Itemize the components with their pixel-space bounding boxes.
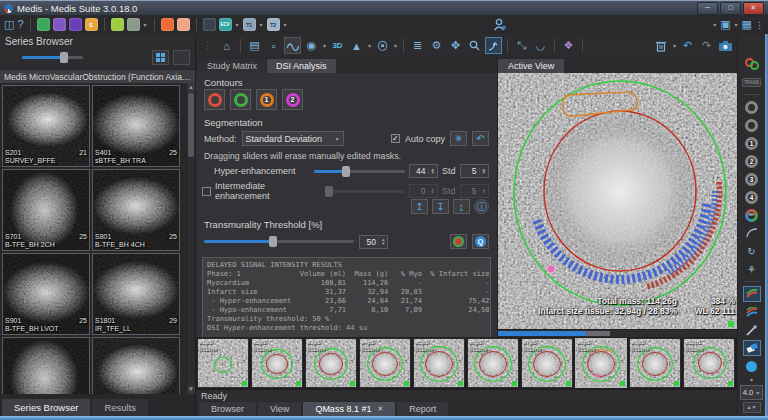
slice-thumbnail[interactable]: s6p1 612ms <box>467 338 519 388</box>
stack-mode-button[interactable]: ≣ <box>409 37 426 54</box>
3d-view-button[interactable]: 3D <box>329 37 346 54</box>
series-thumbnail[interactable] <box>92 337 180 394</box>
slice-thumbnail[interactable]: s5p1 612ms <box>413 338 465 388</box>
app-icon-qflow[interactable] <box>53 18 66 31</box>
overflow-menu-icon[interactable]: ⋮ <box>755 22 764 28</box>
app-icon-viewer[interactable] <box>203 18 216 31</box>
series-thumbnail[interactable]: S201 21 SURVEY_BFFE <box>2 85 90 167</box>
chevron-down-icon[interactable]: ▾ <box>735 21 738 28</box>
endo-contour-tool[interactable] <box>743 99 761 115</box>
reset-layout-button[interactable]: ⌂ <box>218 37 235 54</box>
report-view-button[interactable]: ▤ <box>246 37 263 54</box>
chevron-down-icon[interactable]: ▾ <box>750 376 753 383</box>
auto-segment-button[interactable]: ✳ <box>450 131 467 146</box>
app-icon-t2[interactable]: T2 <box>267 18 280 31</box>
pan-tool-button[interactable]: ✥ <box>447 37 464 54</box>
tab-report[interactable]: Report <box>397 402 448 416</box>
slice-thumbnail[interactable]: s3p1 612ms <box>305 338 357 388</box>
delete-button[interactable] <box>653 37 670 54</box>
grab-tool[interactable]: ⚘ <box>743 261 761 277</box>
es-ed-phase-icon[interactable] <box>743 56 761 72</box>
scroll-up-icon[interactable]: ▲ <box>187 83 195 92</box>
app-icon-dsi2[interactable] <box>177 18 190 31</box>
hyper-enhancement-slider[interactable] <box>314 170 405 173</box>
eraser-tool[interactable] <box>743 340 761 356</box>
list-view-button[interactable] <box>173 50 190 65</box>
slice-thumbnail[interactable]: s1p1 612ms <box>197 338 249 388</box>
stepper-control[interactable]: ▲▼ <box>743 402 761 413</box>
active-view-image[interactable]: Total mass: 114,26g Infarct size tissue:… <box>498 73 737 330</box>
roi2-contour-button[interactable]: 2 <box>282 89 303 110</box>
help-icon[interactable]: ? <box>17 18 23 31</box>
intermediate-slider[interactable] <box>325 190 405 193</box>
series-thumbnail[interactable]: S801 25 B-TFE_BH 4CH <box>92 169 180 251</box>
tab-results[interactable]: Results <box>92 399 148 416</box>
screen-sync-icon[interactable]: ▦ <box>742 18 752 31</box>
snapshot-button[interactable] <box>717 37 734 54</box>
split-view-button[interactable]: ▫ <box>265 37 282 54</box>
close-tab-icon[interactable]: ✕ <box>377 405 383 413</box>
settings-gear-icon[interactable]: ⚙ <box>428 37 445 54</box>
phase-scrollbar[interactable] <box>498 329 737 337</box>
overlay-color-swatch[interactable] <box>743 358 761 374</box>
auto-copy-checkbox[interactable]: ✓ <box>391 134 400 143</box>
zoom-tool-button[interactable] <box>466 37 483 54</box>
undo-button[interactable]: ↶ <box>679 37 696 54</box>
rotate-tool[interactable]: ↻ <box>743 243 761 259</box>
close-button[interactable]: ✕ <box>743 2 764 15</box>
chevron-down-icon[interactable]: ▾ <box>236 21 239 28</box>
roi1-tool[interactable]: 1 <box>743 135 761 151</box>
tab-series-browser[interactable]: Series Browser <box>2 399 90 416</box>
transmurality-slider[interactable] <box>204 240 354 243</box>
chevron-down-icon[interactable]: ▾ <box>368 42 371 49</box>
draw-line-tool-button[interactable]: ⤡ <box>513 37 530 54</box>
series-thumbnail[interactable]: S901 25 B-TFE_BH LVOT <box>2 253 90 335</box>
intermediate-value-spinner[interactable]: 0▲▼ <box>409 184 438 198</box>
screen-layout-icon[interactable]: ▣ <box>720 18 730 31</box>
app-icon-qflow2[interactable] <box>69 18 82 31</box>
chevron-down-icon[interactable]: ▾ <box>323 42 326 49</box>
app-icon-t1[interactable]: T1 <box>243 18 256 31</box>
volume-button[interactable]: ▲ <box>348 37 365 54</box>
transmurality-map-button[interactable]: TRANS <box>743 74 761 90</box>
contour-detect-tool-button[interactable] <box>485 37 502 54</box>
epi-contour-tool[interactable] <box>743 117 761 133</box>
epi-contour-button[interactable] <box>230 89 251 110</box>
app-icon-function[interactable] <box>111 18 124 31</box>
chevron-down-icon[interactable]: ▾ <box>673 42 676 49</box>
shield-tool-button[interactable]: ❖ <box>560 37 577 54</box>
opacity-select[interactable]: 4.0▾ <box>740 385 763 400</box>
slice-thumbnail[interactable]: s2p1 612ms <box>251 338 303 388</box>
scar-brush-tool-2[interactable] <box>743 304 761 320</box>
toolbar-grip-icon[interactable]: ⋮ <box>199 37 216 54</box>
intermediate-checkbox[interactable] <box>202 187 211 196</box>
redo-button[interactable]: ↷ <box>698 37 715 54</box>
chevron-down-icon[interactable]: ▾ <box>260 21 263 28</box>
roi4-tool[interactable]: 4 <box>743 189 761 205</box>
model-button[interactable]: ⦿ <box>374 37 391 54</box>
roi2-tool[interactable]: 2 <box>743 153 761 169</box>
transmurality-spinner[interactable]: 50▲▼ <box>359 235 388 249</box>
info-icon[interactable]: ⓘ <box>474 199 489 214</box>
series-thumbnail[interactable]: S1801 29 IR_TFE_LL <box>92 253 180 335</box>
tab-study-matrix[interactable]: Study Matrix <box>198 59 266 73</box>
copy-to-previous-button[interactable]: ↥ <box>411 199 428 214</box>
thumbnail-size-slider[interactable] <box>22 56 83 59</box>
intermediate-std-spinner[interactable]: 5▲▼ <box>460 184 489 198</box>
slice-thumbnail[interactable]: s10p1 612ms <box>683 338 735 388</box>
app-icon-qmass[interactable] <box>37 18 50 31</box>
method-select[interactable]: Standard Deviation ▾ <box>242 131 344 146</box>
copy-to-next-button[interactable]: ↧ <box>432 199 449 214</box>
scrollbar-thumb[interactable] <box>188 93 194 157</box>
study-matrix-view-button[interactable] <box>284 37 301 54</box>
app-icon-dsi[interactable] <box>161 18 174 31</box>
slice-thumbnail-selected[interactable]: s8p1 612ms <box>575 338 627 388</box>
draw-arc-tool-button[interactable]: ◡ <box>532 37 549 54</box>
active-view-tab[interactable]: Active View <box>498 59 564 73</box>
roi1-contour-button[interactable]: 1 <box>256 89 277 110</box>
grid-view-button[interactable] <box>152 50 169 65</box>
chevron-down-icon[interactable]: ▾ <box>284 21 287 28</box>
endo-contour-button[interactable] <box>204 89 225 110</box>
series-thumbnail[interactable]: S701 25 B-TFE_BH 2CH <box>2 169 90 251</box>
scroll-down-icon[interactable]: ▼ <box>187 385 195 394</box>
